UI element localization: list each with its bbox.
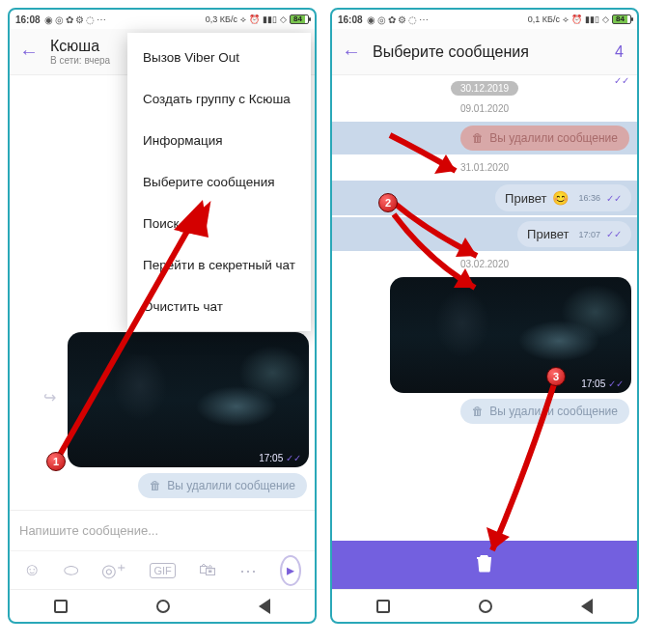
signal-icon: ▮▮▯ (263, 14, 277, 24)
deleted-message: 🗑 Вы удалили сообщение (460, 399, 629, 424)
camera-icon[interactable]: ◎⁺ (101, 560, 126, 581)
net-speed: 0,1 КБ/с (528, 14, 560, 24)
more-icon[interactable]: ⋯ (239, 560, 257, 581)
delete-action-bar[interactable] (332, 541, 637, 589)
menu-search[interactable]: Поиск (127, 203, 311, 244)
message-time: 17:07 (578, 230, 600, 239)
nav-back[interactable] (581, 599, 593, 614)
select-title: Выберите сообщения (373, 43, 603, 61)
nav-home[interactable] (479, 600, 492, 613)
trash-icon: 🗑 (472, 405, 484, 418)
read-ticks-icon: ✓✓ (608, 378, 624, 389)
photo-time: 17:05 (581, 378, 605, 389)
net-speed: 0,3 КБ/с (206, 14, 237, 24)
menu-create-group[interactable]: Создать группу с Ксюша (127, 78, 311, 120)
select-header: ← Выберите сообщения 4 (332, 29, 637, 75)
chat-body: ✓✓ 30.12.2019 09.01.2020 🗑 Вы удалили со… (332, 75, 637, 541)
gallery-icon[interactable]: ⬭ (64, 560, 78, 580)
menu-clear-chat[interactable]: Очистить чат (127, 286, 311, 327)
tool-row: ☺ ⬭ ◎⁺ GIF 🛍 ⋯ ▸ (10, 550, 315, 589)
date-label: 03.02.2020 (338, 259, 631, 269)
nav-recents[interactable] (376, 600, 390, 613)
selected-row[interactable]: 🗑 Вы удалили сообщение (332, 122, 637, 154)
deleted-text: Вы удалили сообщение (489, 131, 618, 145)
date-chip: 30.12.2019 (451, 81, 518, 96)
android-nav (332, 589, 637, 622)
alarm-icon: ⏰ (249, 14, 260, 24)
status-bar: 16:08 ◉◎✿⚙◌⋯ 0,3 КБ/с ⟡ ⏰ ▮▮▯ ◇ 84 (10, 10, 315, 29)
deleted-message-selected: 🗑 Вы удалили сообщение (460, 126, 629, 151)
nav-recents[interactable] (54, 600, 68, 613)
date-label: 31.01.2020 (338, 162, 631, 173)
photo-message[interactable]: 17:05 ✓✓ (390, 277, 631, 393)
alarm-icon: ⏰ (571, 14, 582, 24)
read-ticks-icon: ✓✓ (614, 75, 629, 86)
trash-icon: 🗑 (150, 479, 161, 492)
selection-count: 4 (615, 43, 627, 61)
deleted-message: 🗑 Вы удалили сообщение (138, 473, 307, 498)
send-button[interactable]: ▸ (280, 555, 301, 586)
photo-time: 17:05 (259, 453, 283, 463)
message-time: 16:36 (578, 193, 600, 203)
battery-icon: 84 (612, 14, 631, 24)
bluetooth-icon: ⟡ (240, 14, 246, 25)
status-time: 16:08 (338, 14, 363, 25)
share-icon[interactable]: ↪ (35, 382, 64, 411)
options-menu: Вызов Viber Out Создать группу с Ксюша И… (127, 33, 311, 331)
read-ticks-icon: ✓✓ (286, 453, 301, 463)
status-notif-icons: ◉◎✿⚙◌⋯ (44, 14, 106, 25)
selected-row[interactable]: Привет 😊 16:36 ✓✓ (332, 181, 637, 215)
deleted-text: Вы удалили сообщение (167, 479, 295, 492)
android-nav (10, 589, 315, 622)
trash-icon[interactable] (476, 553, 493, 577)
status-time: 16:08 (15, 14, 41, 25)
signal-icon: ▮▮▯ (585, 14, 599, 24)
message-text: Привет (505, 191, 546, 206)
menu-viber-out[interactable]: Вызов Viber Out (127, 37, 311, 78)
phone-right: 16:08 ◉◎✿⚙◌⋯ 0,1 КБ/с ⟡ ⏰ ▮▮▯ ◇ 84 ← Выб… (330, 8, 639, 624)
menu-secret-chat[interactable]: Перейти в секретный чат (127, 244, 311, 286)
status-bar: 16:08 ◉◎✿⚙◌⋯ 0,1 КБ/с ⟡ ⏰ ▮▮▯ ◇ 84 (332, 10, 637, 29)
shop-icon[interactable]: 🛍 (199, 560, 216, 580)
annotation-marker-2: 2 (378, 193, 398, 212)
read-ticks-icon: ✓✓ (606, 193, 622, 204)
status-notif-icons: ◉◎✿⚙◌⋯ (367, 14, 429, 25)
message-bubble: Привет 😊 16:36 ✓✓ (495, 184, 631, 211)
battery-icon: 84 (290, 14, 309, 24)
nav-back[interactable] (259, 599, 270, 614)
message-input[interactable]: Напишите сообщение... (19, 523, 305, 538)
input-bar: Напишите сообщение... (10, 510, 315, 550)
bluetooth-icon: ⟡ (563, 14, 569, 25)
annotation-marker-3: 3 (546, 367, 566, 386)
message-text: Привет (527, 227, 569, 241)
annotation-marker-1: 1 (46, 452, 66, 471)
selected-row[interactable]: Привет 17:07 ✓✓ (332, 217, 637, 251)
photo-message[interactable]: 17:05 ✓✓ (68, 332, 309, 467)
nav-home[interactable] (156, 600, 170, 613)
deleted-text: Вы удалили сообщение (489, 405, 618, 418)
date-label: 09.01.2020 (338, 103, 631, 114)
back-icon[interactable]: ← (19, 41, 39, 63)
wifi-icon: ◇ (602, 14, 609, 24)
wifi-icon: ◇ (280, 14, 287, 24)
menu-select-messages[interactable]: Выберите сообщения (127, 161, 311, 203)
read-ticks-icon: ✓✓ (606, 229, 622, 239)
sticker-icon[interactable]: ☺ (23, 560, 41, 580)
gif-icon[interactable]: GIF (150, 563, 175, 578)
smile-emoji: 😊 (552, 190, 569, 206)
message-bubble: Привет 17:07 ✓✓ (517, 221, 631, 247)
trash-icon: 🗑 (472, 131, 484, 145)
back-icon[interactable]: ← (342, 41, 361, 63)
menu-info[interactable]: Информация (127, 120, 311, 161)
phone-left: 16:08 ◉◎✿⚙◌⋯ 0,3 КБ/с ⟡ ⏰ ▮▮▯ ◇ 84 ← Ксю… (8, 8, 317, 624)
